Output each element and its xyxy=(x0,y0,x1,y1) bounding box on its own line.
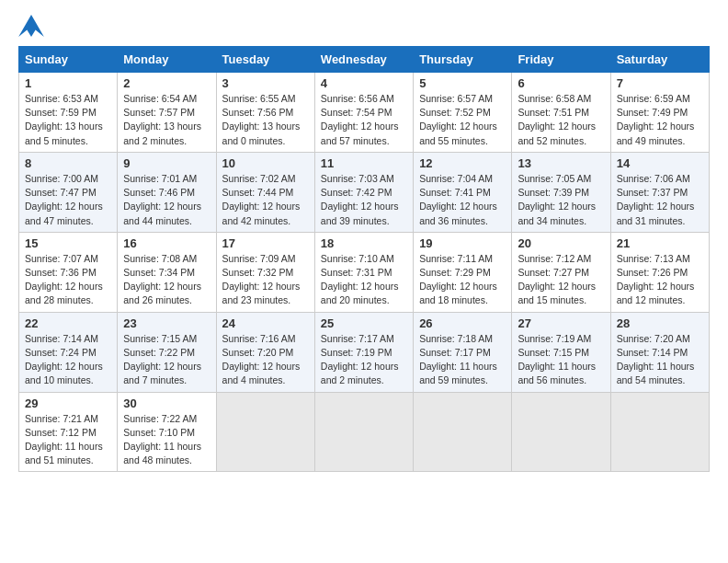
table-row: 8Sunrise: 7:00 AMSunset: 7:47 PMDaylight… xyxy=(19,152,118,232)
table-row: 1Sunrise: 6:53 AMSunset: 7:59 PMDaylight… xyxy=(19,73,118,153)
day-number: 12 xyxy=(419,156,506,170)
table-row: 30Sunrise: 7:22 AMSunset: 7:10 PMDayligh… xyxy=(118,392,216,472)
day-number: 1 xyxy=(25,76,111,90)
table-row: 28Sunrise: 7:20 AMSunset: 7:14 PMDayligh… xyxy=(610,312,709,392)
day-number: 11 xyxy=(321,156,407,170)
header-monday: Monday xyxy=(118,47,216,73)
calendar-week-row: 8Sunrise: 7:00 AMSunset: 7:47 PMDaylight… xyxy=(19,152,710,232)
day-info: Sunrise: 7:09 AMSunset: 7:32 PMDaylight:… xyxy=(222,252,309,308)
table-row: 11Sunrise: 7:03 AMSunset: 7:42 PMDayligh… xyxy=(314,152,413,232)
day-number: 29 xyxy=(25,396,111,410)
day-number: 5 xyxy=(419,76,506,90)
day-number: 25 xyxy=(321,316,407,330)
calendar-week-row: 29Sunrise: 7:21 AMSunset: 7:12 PMDayligh… xyxy=(19,392,710,472)
table-row: 20Sunrise: 7:12 AMSunset: 7:27 PMDayligh… xyxy=(512,232,610,312)
day-info: Sunrise: 7:02 AMSunset: 7:44 PMDaylight:… xyxy=(222,172,309,228)
day-number: 27 xyxy=(518,316,604,330)
day-number: 24 xyxy=(222,316,309,330)
table-row: 26Sunrise: 7:18 AMSunset: 7:17 PMDayligh… xyxy=(414,312,512,392)
table-row: 27Sunrise: 7:19 AMSunset: 7:15 PMDayligh… xyxy=(512,312,610,392)
day-info: Sunrise: 7:18 AMSunset: 7:17 PMDaylight:… xyxy=(419,332,506,388)
day-info: Sunrise: 7:01 AMSunset: 7:46 PMDaylight:… xyxy=(123,172,210,228)
table-row xyxy=(512,392,610,472)
calendar-week-row: 1Sunrise: 6:53 AMSunset: 7:59 PMDaylight… xyxy=(19,73,710,153)
day-number: 17 xyxy=(222,236,309,250)
day-number: 21 xyxy=(617,236,703,250)
day-number: 7 xyxy=(617,76,703,90)
day-info: Sunrise: 6:56 AMSunset: 7:54 PMDaylight:… xyxy=(321,92,407,148)
day-info: Sunrise: 7:11 AMSunset: 7:29 PMDaylight:… xyxy=(419,252,506,308)
day-info: Sunrise: 7:22 AMSunset: 7:10 PMDaylight:… xyxy=(123,412,210,468)
day-number: 28 xyxy=(617,316,703,330)
table-row xyxy=(414,392,512,472)
day-info: Sunrise: 7:05 AMSunset: 7:39 PMDaylight:… xyxy=(518,172,604,228)
header-friday: Friday xyxy=(512,47,610,73)
table-row: 23Sunrise: 7:15 AMSunset: 7:22 PMDayligh… xyxy=(118,312,216,392)
table-row: 22Sunrise: 7:14 AMSunset: 7:24 PMDayligh… xyxy=(19,312,118,392)
table-row: 18Sunrise: 7:10 AMSunset: 7:31 PMDayligh… xyxy=(314,232,413,312)
day-info: Sunrise: 7:08 AMSunset: 7:34 PMDaylight:… xyxy=(123,252,210,308)
day-info: Sunrise: 6:53 AMSunset: 7:59 PMDaylight:… xyxy=(25,92,111,148)
page-header xyxy=(18,15,710,37)
table-row: 24Sunrise: 7:16 AMSunset: 7:20 PMDayligh… xyxy=(216,312,314,392)
logo-icon xyxy=(18,15,44,37)
day-number: 23 xyxy=(123,316,210,330)
day-number: 18 xyxy=(321,236,407,250)
header-wednesday: Wednesday xyxy=(314,47,413,73)
header-saturday: Saturday xyxy=(610,47,709,73)
table-row: 21Sunrise: 7:13 AMSunset: 7:26 PMDayligh… xyxy=(610,232,709,312)
day-info: Sunrise: 7:00 AMSunset: 7:47 PMDaylight:… xyxy=(25,172,111,228)
day-info: Sunrise: 6:57 AMSunset: 7:52 PMDaylight:… xyxy=(419,92,506,148)
day-info: Sunrise: 6:58 AMSunset: 7:51 PMDaylight:… xyxy=(518,92,604,148)
day-info: Sunrise: 7:06 AMSunset: 7:37 PMDaylight:… xyxy=(617,172,703,228)
table-row: 12Sunrise: 7:04 AMSunset: 7:41 PMDayligh… xyxy=(414,152,512,232)
day-number: 8 xyxy=(25,156,111,170)
day-number: 16 xyxy=(123,236,210,250)
day-number: 13 xyxy=(518,156,604,170)
table-row xyxy=(610,392,709,472)
table-row: 6Sunrise: 6:58 AMSunset: 7:51 PMDaylight… xyxy=(512,73,610,153)
day-number: 15 xyxy=(25,236,111,250)
day-number: 9 xyxy=(123,156,210,170)
day-info: Sunrise: 7:03 AMSunset: 7:42 PMDaylight:… xyxy=(321,172,407,228)
calendar-header-row: SundayMondayTuesdayWednesdayThursdayFrid… xyxy=(19,47,710,73)
table-row: 15Sunrise: 7:07 AMSunset: 7:36 PMDayligh… xyxy=(19,232,118,312)
table-row: 9Sunrise: 7:01 AMSunset: 7:46 PMDaylight… xyxy=(118,152,216,232)
table-row: 14Sunrise: 7:06 AMSunset: 7:37 PMDayligh… xyxy=(610,152,709,232)
day-info: Sunrise: 6:59 AMSunset: 7:49 PMDaylight:… xyxy=(617,92,703,148)
day-info: Sunrise: 7:04 AMSunset: 7:41 PMDaylight:… xyxy=(419,172,506,228)
table-row: 2Sunrise: 6:54 AMSunset: 7:57 PMDaylight… xyxy=(118,73,216,153)
table-row: 19Sunrise: 7:11 AMSunset: 7:29 PMDayligh… xyxy=(414,232,512,312)
day-info: Sunrise: 7:10 AMSunset: 7:31 PMDaylight:… xyxy=(321,252,407,308)
table-row: 3Sunrise: 6:55 AMSunset: 7:56 PMDaylight… xyxy=(216,73,314,153)
day-number: 30 xyxy=(123,396,210,410)
table-row xyxy=(314,392,413,472)
day-number: 20 xyxy=(518,236,604,250)
calendar-week-row: 22Sunrise: 7:14 AMSunset: 7:24 PMDayligh… xyxy=(19,312,710,392)
day-info: Sunrise: 7:15 AMSunset: 7:22 PMDaylight:… xyxy=(123,332,210,388)
day-number: 2 xyxy=(123,76,210,90)
table-row: 4Sunrise: 6:56 AMSunset: 7:54 PMDaylight… xyxy=(314,73,413,153)
day-info: Sunrise: 7:21 AMSunset: 7:12 PMDaylight:… xyxy=(25,412,111,468)
day-info: Sunrise: 6:54 AMSunset: 7:57 PMDaylight:… xyxy=(123,92,210,148)
day-info: Sunrise: 6:55 AMSunset: 7:56 PMDaylight:… xyxy=(222,92,309,148)
day-info: Sunrise: 7:19 AMSunset: 7:15 PMDaylight:… xyxy=(518,332,604,388)
header-thursday: Thursday xyxy=(414,47,512,73)
table-row xyxy=(216,392,314,472)
day-info: Sunrise: 7:20 AMSunset: 7:14 PMDaylight:… xyxy=(617,332,703,388)
table-row: 17Sunrise: 7:09 AMSunset: 7:32 PMDayligh… xyxy=(216,232,314,312)
logo xyxy=(18,15,48,37)
day-number: 3 xyxy=(222,76,309,90)
table-row: 29Sunrise: 7:21 AMSunset: 7:12 PMDayligh… xyxy=(19,392,118,472)
day-info: Sunrise: 7:13 AMSunset: 7:26 PMDaylight:… xyxy=(617,252,703,308)
svg-marker-0 xyxy=(18,15,44,37)
day-info: Sunrise: 7:12 AMSunset: 7:27 PMDaylight:… xyxy=(518,252,604,308)
table-row: 5Sunrise: 6:57 AMSunset: 7:52 PMDaylight… xyxy=(414,73,512,153)
day-number: 14 xyxy=(617,156,703,170)
header-tuesday: Tuesday xyxy=(216,47,314,73)
table-row: 10Sunrise: 7:02 AMSunset: 7:44 PMDayligh… xyxy=(216,152,314,232)
calendar-table: SundayMondayTuesdayWednesdayThursdayFrid… xyxy=(18,46,710,472)
day-info: Sunrise: 7:16 AMSunset: 7:20 PMDaylight:… xyxy=(222,332,309,388)
table-row: 13Sunrise: 7:05 AMSunset: 7:39 PMDayligh… xyxy=(512,152,610,232)
day-number: 19 xyxy=(419,236,506,250)
